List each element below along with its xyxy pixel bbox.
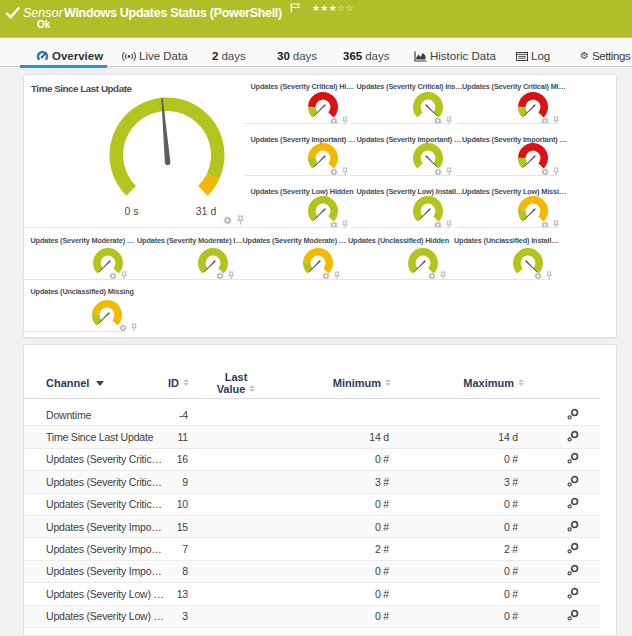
priority-flag-icon[interactable] — [290, 3, 301, 13]
tab-historic-data[interactable]: Historic Data — [414, 46, 496, 66]
column-header-id[interactable]: ID — [69, 377, 189, 389]
sort-toggle-icon[interactable] — [249, 385, 255, 393]
gauge-tile-title: Updates (Severity Critical) Hi… — [251, 82, 354, 91]
sort-toggle-icon[interactable] — [385, 379, 391, 387]
cell-min: 0 # — [375, 498, 389, 510]
cell-max: 0 # — [504, 453, 518, 465]
broadcast-icon — [122, 51, 136, 62]
tab-bar: OverviewLive Data2days30days365daysHisto… — [0, 38, 632, 67]
gauge-tile-title: Updates (Severity Critical) Mi… — [462, 82, 566, 91]
column-header-last-value[interactable]: LastValue — [200, 371, 272, 395]
channel-settings-gears-icon[interactable] — [566, 497, 580, 511]
cell-max: 0 # — [504, 521, 518, 533]
cell-max: 14 d — [498, 431, 518, 443]
channel-name: Updates (Severity Impo… — [46, 521, 162, 533]
channel-settings-gears-icon[interactable] — [566, 520, 580, 534]
channel-row[interactable]: Updates (Severity Critic…160 #0 # — [24, 449, 600, 471]
settings-icon: ⚙ — [580, 51, 589, 61]
tab-365-days[interactable]: 365days — [343, 46, 389, 66]
channel-settings-gears-icon[interactable] — [566, 475, 580, 489]
gauge-tile-title: Updates (Severity Important) … — [462, 135, 567, 144]
tab-label: Overview — [52, 50, 103, 62]
column-header-maximum[interactable]: Maximum — [404, 377, 524, 389]
channel-name: Updates (Severity Critic… — [46, 476, 162, 488]
channel-row[interactable]: Updates (Severity Critic…93 #3 # — [24, 471, 600, 493]
channel-row[interactable]: Updates (Severity Low) …30 #0 # — [24, 606, 600, 628]
channel-row[interactable]: Updates (Severity Critic…100 #0 # — [24, 494, 600, 516]
gauge-tile-title: Updates (Severity Moderate) I… — [137, 236, 242, 245]
gauge-tile-title: Updates (Severity Important) … — [357, 135, 462, 144]
sort-toggle-icon[interactable] — [183, 379, 189, 387]
tab-label: Log — [531, 50, 550, 62]
tab-log[interactable]: Log — [516, 46, 550, 66]
cell-max: 0 # — [504, 565, 518, 577]
channel-settings-gears-icon[interactable] — [566, 430, 580, 444]
channel-row[interactable]: Time Since Last Update1114 d14 d — [24, 426, 600, 448]
gauge-tile: Updates (Severity Moderate) I… — [128, 228, 234, 280]
gauge-tile-title: Updates (Severity Low) Missi… — [462, 187, 566, 196]
tab-30-days[interactable]: 30days — [277, 46, 317, 66]
gauge-tile: Updates (Severity Critical) Ins… — [351, 75, 451, 125]
channel-settings-gears-icon[interactable] — [566, 564, 580, 578]
channel-settings-gears-icon[interactable] — [566, 408, 580, 422]
channel-row[interactable]: Updates (Severity Low) …130 #0 # — [24, 583, 600, 605]
column-header-minimum[interactable]: Minimum — [271, 377, 391, 389]
sensor-status-badge: Ok — [37, 19, 50, 30]
tile-bottom-border — [128, 279, 234, 280]
cell-max: 2 # — [504, 543, 518, 555]
tab-live-data[interactable]: Live Data — [122, 46, 188, 66]
log-icon — [516, 52, 528, 61]
channel-row[interactable]: Updates (Severity Impo…72 #2 # — [24, 538, 600, 560]
gauge-settings-gear-icon[interactable] — [223, 216, 232, 225]
priority-stars[interactable]: ★★★☆☆ — [312, 3, 354, 13]
sort-up-arrow-icon — [249, 385, 255, 388]
channel-settings-gears-icon[interactable] — [566, 452, 580, 466]
gauge-tile-title: Updates (Severity Important) … — [251, 135, 356, 144]
channel-name: Updates (Severity Critic… — [46, 453, 162, 465]
status-ok-check-icon — [5, 6, 20, 20]
tab-settings[interactable]: ⚙Settings — [580, 46, 630, 66]
channel-name: Downtime — [46, 409, 91, 421]
sort-down-arrow-icon — [518, 383, 524, 386]
sensor-title: Windows Updates Status (PowerShell) — [64, 6, 282, 20]
gauge-tile: Updates (Severity Low) Install… — [351, 176, 451, 228]
channel-name: Updates (Severity Impo… — [46, 565, 162, 577]
gauge-tile: Updates (Severity Important) … — [351, 124, 451, 176]
channel-row[interactable]: Updates (Severity Impo…150 #0 # — [24, 516, 600, 538]
cell-max: 0 # — [504, 588, 518, 600]
tile-bottom-border — [445, 279, 551, 280]
cell-min: 0 # — [375, 610, 389, 622]
cell-min: 0 # — [375, 453, 389, 465]
sort-up-arrow-icon — [183, 379, 189, 382]
channel-settings-gears-icon[interactable] — [566, 609, 580, 623]
channel-name: Updates (Severity Low) … — [46, 588, 164, 600]
cell-id: 10 — [177, 498, 188, 510]
sort-toggle-icon[interactable] — [518, 379, 524, 387]
cell-min: 3 # — [375, 476, 389, 488]
gauge-pin-icon[interactable] — [131, 323, 137, 332]
gauge-tile: Updates (Severity Moderate) … — [233, 228, 339, 280]
sensor-header: Sensor Windows Updates Status (PowerShel… — [0, 0, 632, 38]
gauge-pin-icon[interactable] — [237, 215, 244, 225]
gauge-icon — [36, 50, 49, 62]
sort-up-arrow-icon — [385, 379, 391, 382]
tab-2-days[interactable]: 2days — [212, 46, 246, 66]
gauge-tile: Updates (Severity Low) Missi… — [457, 176, 558, 228]
sort-down-arrow-icon — [183, 383, 189, 386]
big-gauge — [104, 92, 230, 218]
cell-id: 15 — [177, 521, 188, 533]
tab-overview[interactable]: Overview — [36, 46, 103, 66]
gauge-max-label: 31 d — [196, 205, 216, 217]
tab-label: Historic Data — [430, 50, 496, 62]
cell-id: -4 — [179, 409, 188, 421]
tile-bottom-border — [21, 331, 126, 332]
tab-label: Live Data — [139, 50, 188, 62]
tab-label: Settings — [592, 50, 630, 62]
gauge-tile-title: Updates (Unclassified) Missing — [31, 287, 134, 296]
channel-settings-gears-icon[interactable] — [566, 542, 580, 556]
channel-row[interactable]: Updates (Severity Impo…80 #0 # — [24, 561, 600, 583]
channel-row[interactable]: Downtime-4 — [24, 404, 600, 426]
prtg-sensor-page: Sensor Windows Updates Status (PowerShel… — [0, 0, 632, 636]
gauge-tile-title: Updates (Unclassified) Hidden — [348, 236, 449, 245]
channel-settings-gears-icon[interactable] — [566, 587, 580, 601]
